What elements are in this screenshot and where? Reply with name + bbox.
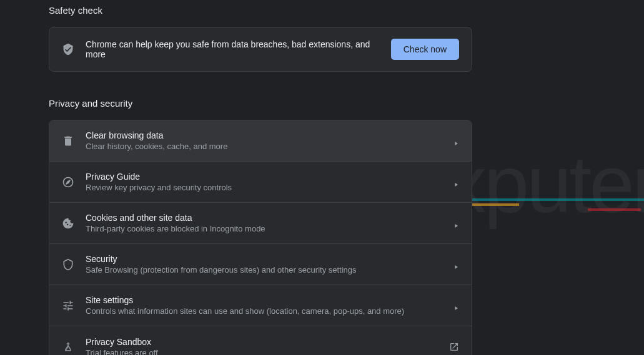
row-title: Security bbox=[86, 254, 442, 264]
chevron-right-icon bbox=[453, 138, 459, 144]
row-title: Cookies and other site data bbox=[86, 213, 442, 223]
shield-check-icon bbox=[62, 43, 74, 56]
privacy-settings-list: Clear browsing data Clear history, cooki… bbox=[49, 120, 472, 355]
svg-marker-1 bbox=[66, 180, 71, 184]
chevron-right-icon bbox=[453, 303, 459, 309]
cookies-row[interactable]: Cookies and other site data Third-party … bbox=[49, 203, 472, 244]
row-subtitle: Safe Browsing (protection from dangerous… bbox=[86, 265, 442, 275]
chevron-right-icon bbox=[453, 261, 459, 268]
row-subtitle: Controls what information sites can use … bbox=[86, 306, 442, 316]
safety-check-heading: Safety check bbox=[49, 5, 472, 16]
privacy-security-heading: Privacy and security bbox=[49, 98, 472, 109]
row-title: Privacy Sandbox bbox=[86, 337, 438, 347]
row-title: Site settings bbox=[86, 295, 442, 305]
row-title: Privacy Guide bbox=[86, 172, 442, 182]
row-subtitle: Clear history, cookies, cache, and more bbox=[86, 142, 442, 151]
compass-icon bbox=[62, 176, 74, 188]
cookie-icon bbox=[62, 217, 74, 230]
shield-icon bbox=[62, 258, 74, 271]
tune-icon bbox=[62, 299, 74, 312]
row-subtitle: Third-party cookies are blocked in Incog… bbox=[86, 224, 442, 233]
row-title: Clear browsing data bbox=[86, 130, 442, 140]
safety-check-card: Chrome can help keep you safe from data … bbox=[49, 27, 472, 72]
site-settings-row[interactable]: Site settings Controls what information … bbox=[49, 285, 472, 326]
check-now-button[interactable]: Check now bbox=[391, 39, 459, 60]
safety-check-description: Chrome can help keep you safe from data … bbox=[86, 39, 380, 59]
external-link-icon bbox=[449, 342, 459, 352]
privacy-guide-row[interactable]: Privacy Guide Review key privacy and sec… bbox=[49, 162, 472, 203]
chevron-right-icon bbox=[453, 179, 459, 185]
chevron-right-icon bbox=[453, 220, 459, 226]
row-subtitle: Trial features are off bbox=[86, 348, 438, 356]
clear-browsing-data-row[interactable]: Clear browsing data Clear history, cooki… bbox=[49, 120, 472, 162]
security-row[interactable]: Security Safe Browsing (protection from … bbox=[49, 244, 472, 285]
row-subtitle: Review key privacy and security controls bbox=[86, 183, 442, 192]
flask-icon bbox=[62, 341, 74, 353]
trash-icon bbox=[62, 135, 74, 147]
privacy-sandbox-row[interactable]: Privacy Sandbox Trial features are off bbox=[49, 326, 472, 355]
